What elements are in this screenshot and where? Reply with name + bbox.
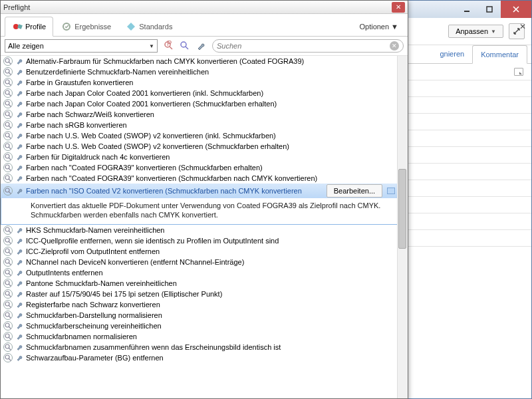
lens-icon: [3, 110, 13, 119]
lens-icon: [3, 236, 13, 245]
list-item[interactable]: Alternativ-Farbraum für Schmuckfarben na…: [1, 56, 408, 66]
lens-icon: [3, 67, 13, 76]
list-item[interactable]: Farben nach "Coated FOGRA39" konvertiere…: [1, 173, 408, 184]
svg-point-31: [5, 323, 9, 327]
svg-point-30: [5, 313, 9, 317]
tab-standards[interactable]: Standards: [119, 17, 179, 36]
list-item[interactable]: Farbe in Graustufen konvertieren: [1, 77, 408, 88]
list-item[interactable]: Farbe nach Japan Color Coated 2001 konve…: [1, 98, 408, 109]
list-item[interactable]: Schwarzaufbau-Parameter (BG) entfernen: [1, 352, 408, 363]
list-item[interactable]: Farbe nach Japan Color Coated 2001 konve…: [1, 88, 408, 98]
wrench-icon: [15, 186, 24, 196]
list-item[interactable]: Schmuckfarbnamen normalisieren: [1, 331, 408, 342]
search-box[interactable]: ✕: [212, 39, 404, 53]
wrench-icon: [15, 342, 24, 352]
tool-fixups-icon[interactable]: [194, 39, 208, 53]
wrench-icon: [15, 257, 24, 267]
list-item[interactable]: Schmuckfarben-Darstellung normalisieren: [1, 310, 408, 321]
list-item[interactable]: Farbe nach sRGB konvertieren: [1, 120, 408, 130]
chevron-down-icon: ▼: [391, 23, 398, 31]
flag-icon[interactable]: [387, 188, 395, 194]
customize-label: Anpassen: [456, 27, 488, 35]
svg-point-14: [5, 112, 9, 116]
list-item-label: Schmuckfarberscheinung vereinheitlichen: [26, 322, 162, 330]
svg-point-32: [5, 334, 9, 338]
list-item-label: Schmuckfarbnamen normalisieren: [26, 332, 137, 340]
list-item[interactable]: Benutzerdefinierte Schmuckfarb-Namen ver…: [1, 66, 408, 77]
window-close-button[interactable]: [501, 1, 531, 18]
svg-point-2: [13, 24, 19, 29]
list-item[interactable]: Schmuckfarberscheinung vereinheitlichen: [1, 321, 408, 331]
list-item-label: Alternativ-Farbraum für Schmuckfarben na…: [26, 57, 304, 65]
svg-rect-1: [487, 7, 492, 12]
tool-profiles-icon[interactable]: P: [162, 39, 176, 53]
list-item[interactable]: HKS Schmuckfarb-Namen vereinheitlichen: [1, 225, 408, 235]
chevron-down-icon: ▼: [149, 43, 154, 49]
list-item-label: Raster auf 15/75/90/45 bei 175 lpi setze…: [26, 290, 222, 298]
list-item[interactable]: Registerfarbe nach Schwarz konvertieren: [1, 299, 408, 310]
list-item[interactable]: Farbe nach U.S. Web Coated (SWOP) v2 kon…: [1, 130, 408, 141]
scrollbar-thumb[interactable]: [398, 169, 406, 249]
svg-point-9: [5, 59, 9, 63]
svg-point-12: [5, 90, 9, 94]
list-item[interactable]: Farbe nach Schwarz/Weiß konvertieren: [1, 109, 408, 120]
filter-combo[interactable]: Alle zeigen ▼: [5, 39, 158, 53]
list-item[interactable]: Schmuckfarbnamen zusammenführen wenn das…: [1, 342, 408, 352]
wrench-icon: [15, 225, 24, 235]
list-item[interactable]: Raster auf 15/75/90/45 bei 175 lpi setze…: [1, 289, 408, 299]
list-item[interactable]: Farben nach "Coated FOGRA39" konvertiere…: [1, 162, 408, 173]
list-item[interactable]: OutputIntents entfernen: [1, 267, 408, 278]
preflight-dialog: Preflight ✕ Profile Ergebnisse Standards…: [0, 0, 408, 399]
standards-icon: [126, 21, 136, 32]
search-input[interactable]: [217, 42, 390, 50]
list-item[interactable]: Farben nach "ISO Coated V2 konvertieren …: [1, 184, 408, 198]
tab-results[interactable]: Ergebnisse: [55, 17, 118, 36]
list-item-label: ICC-Zielprofil vom OutputIntent entferne…: [26, 247, 160, 255]
vertical-scrollbar[interactable]: [397, 56, 408, 398]
lens-icon: [3, 186, 13, 196]
lens-icon: [3, 289, 13, 299]
svg-point-20: [5, 176, 9, 180]
list-item[interactable]: Farbe nach U.S. Web Coated (SWOP) v2 kon…: [1, 141, 408, 152]
list-item-label: Farbe in Graustufen konvertieren: [26, 78, 133, 86]
lens-icon: [3, 120, 13, 130]
lens-icon: [3, 332, 13, 341]
tab-profile[interactable]: Profile: [5, 17, 53, 37]
list-item-label: Benutzerdefinierte Schmuckfarb-Namen ver…: [26, 68, 209, 76]
options-menu[interactable]: Optionen ▼: [354, 19, 404, 35]
list-item[interactable]: NChannel nach DeviceN konvertieren (entf…: [1, 257, 408, 267]
wrench-icon: [15, 57, 24, 66]
list-item[interactable]: Farben für Digitaldruck nach 4c konverti…: [1, 152, 408, 162]
lens-icon: [3, 300, 13, 309]
list-item[interactable]: ICC-Quellprofile entfernen, wenn sie ide…: [1, 235, 408, 246]
tab-comment[interactable]: Kommentar: [472, 45, 527, 64]
list-item-label: Farben nach "Coated FOGRA39" konvertiere…: [26, 164, 263, 172]
tool-checks-icon[interactable]: [178, 39, 192, 53]
lens-icon: [3, 163, 13, 172]
list-item-label: Farben für Digitaldruck nach 4c konverti…: [26, 153, 170, 161]
customize-button[interactable]: Anpassen ▼: [448, 25, 503, 38]
wrench-icon: [15, 142, 24, 151]
clear-search-icon[interactable]: ✕: [390, 41, 399, 51]
list-item[interactable]: ICC-Zielprofil vom OutputIntent entferne…: [1, 246, 408, 257]
wrench-icon: [15, 99, 24, 108]
lens-icon: [3, 131, 13, 140]
maximize-button[interactable]: [478, 1, 501, 18]
wrench-icon: [15, 279, 24, 288]
lens-icon: [3, 78, 13, 87]
svg-point-22: [5, 227, 9, 231]
edit-button[interactable]: Bearbeiten...: [327, 184, 382, 198]
panel-close-icon[interactable]: ✕: [518, 22, 527, 31]
expand-icon[interactable]: [514, 68, 523, 76]
list-item[interactable]: Pantone Schmuckfarb-Namen vereinheitlich…: [1, 278, 408, 289]
preflight-close-button[interactable]: ✕: [392, 2, 405, 13]
tool-icons: P: [162, 39, 208, 53]
wrench-icon: [15, 311, 24, 320]
lens-icon: [3, 88, 13, 98]
svg-point-19: [5, 165, 9, 169]
preflight-titlebar[interactable]: Preflight ✕: [1, 1, 408, 14]
minimize-button[interactable]: [456, 1, 478, 18]
wrench-icon: [15, 268, 24, 277]
tab-sign[interactable]: gnieren: [432, 45, 472, 63]
lens-icon: [3, 268, 13, 277]
